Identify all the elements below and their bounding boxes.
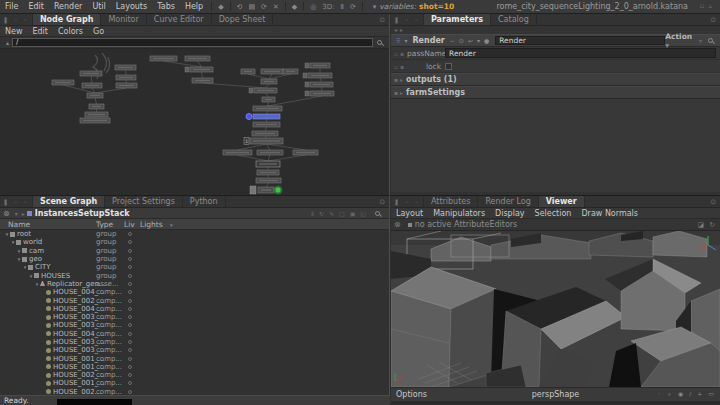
chevron-down-icon[interactable]: ▾	[475, 37, 482, 44]
graph-node[interactable]	[256, 178, 281, 183]
compass-icon[interactable]: ◆	[215, 3, 226, 11]
liv-toggle[interactable]	[128, 315, 132, 319]
square-icon[interactable]: □	[339, 210, 345, 217]
viewer-menu-manipulators[interactable]: Manipulators	[428, 209, 490, 218]
refresh-icon[interactable]: ↻	[319, 210, 324, 217]
graph-node[interactable]	[150, 56, 177, 61]
graph-node[interactable]	[257, 150, 283, 155]
tab-python[interactable]: Python	[183, 196, 226, 207]
graph-node[interactable]	[305, 82, 333, 87]
liv-toggle[interactable]	[128, 381, 132, 385]
tab-node-graph[interactable]: Node Graph	[33, 14, 101, 25]
tree-row-house_003_[interactable]: HOUSE_003_...comp...	[0, 346, 389, 354]
paste-icon[interactable]: ◆	[289, 3, 300, 11]
viewer-menu-display[interactable]: Display	[490, 209, 530, 218]
liv-toggle[interactable]	[128, 348, 132, 352]
reset-icon[interactable]: ↩	[466, 37, 475, 44]
selected-node[interactable]	[246, 114, 280, 120]
graph-node[interactable]	[253, 106, 282, 111]
panel-menu-icon[interactable]: ⊙	[706, 14, 720, 25]
panel-menu-icon[interactable]: ⊙	[375, 196, 389, 207]
nodegraph-menu-edit[interactable]: Edit	[27, 27, 53, 36]
undo-icon[interactable]: ⟲	[234, 3, 246, 11]
viewer-menu-draw-normals[interactable]: Draw Normals	[576, 209, 643, 218]
tree-row-replicator_gen[interactable]: ▾Replicator_gen...asse...	[0, 280, 389, 288]
graph-node[interactable]	[87, 93, 103, 98]
copy-icon[interactable]: ▤	[245, 3, 258, 11]
liv-toggle[interactable]	[128, 332, 132, 336]
refresh-icon[interactable]: ↻	[709, 221, 715, 229]
graph-node[interactable]	[256, 161, 280, 167]
graph-node[interactable]: 1	[244, 138, 283, 145]
param-state-icon[interactable]: ▫ ▪	[391, 63, 407, 70]
tree-row-house_001_[interactable]: HOUSE_001_...comp...	[0, 363, 389, 371]
panel-handle-icon[interactable]: ❚ ◦ ◦	[391, 196, 424, 207]
panel-handle-icon[interactable]: ❚ ◦ ◦	[0, 14, 33, 25]
redo-icon[interactable]: ⟳	[258, 3, 270, 11]
liv-toggle[interactable]	[128, 240, 132, 244]
chevron-right-icon[interactable]: ▸	[20, 210, 27, 217]
nodegraph-menu-go[interactable]: Go	[88, 27, 109, 36]
graph-node[interactable]	[257, 170, 279, 175]
pause-icon[interactable]: Ⅱ	[311, 210, 314, 217]
menu-edit[interactable]: Edit	[23, 2, 49, 11]
tree-row-houses[interactable]: ▾HOUSESgroup	[0, 271, 389, 279]
tree-row-house_003_[interactable]: HOUSE_003_...comp...	[0, 321, 389, 329]
tab-project-settings[interactable]: Project Settings	[105, 196, 183, 207]
chevron-down-icon[interactable]: ▾	[170, 222, 173, 228]
edit-icon[interactable]: ✎	[329, 210, 334, 217]
liv-toggle[interactable]	[128, 257, 132, 261]
liv-toggle[interactable]	[128, 274, 132, 278]
tab-viewer[interactable]: Viewer	[539, 196, 585, 207]
graph-node[interactable]	[80, 118, 110, 123]
graph-node[interactable]	[293, 150, 318, 155]
graph-node[interactable]	[305, 63, 330, 68]
tree-row-house_002_[interactable]: HOUSE_002_...comp...	[0, 296, 389, 304]
dot-icon[interactable]: ●	[482, 37, 491, 44]
liv-toggle[interactable]	[128, 249, 132, 253]
liv-toggle[interactable]	[128, 307, 132, 311]
passname-field[interactable]: Render	[445, 48, 716, 58]
graph-node[interactable]	[241, 69, 255, 74]
tab-monitor[interactable]: Monitor	[101, 14, 146, 25]
graph-node[interactable]	[261, 69, 283, 74]
graph-node[interactable]	[303, 73, 332, 78]
chevron-down-icon[interactable]: ▾	[402, 37, 409, 44]
search-icon[interactable]	[375, 211, 380, 216]
tree-row-world[interactable]: ▾worldgroup	[0, 238, 389, 246]
param-group-outputs-1-[interactable]: ▪ ▸outputs (1)	[391, 73, 720, 86]
pause-icon[interactable]: Ⅱ	[338, 3, 347, 11]
graph-node[interactable]	[253, 122, 280, 127]
graph-node[interactable]	[305, 91, 334, 96]
tree-row-house_003_[interactable]: HOUSE_003_...comp...	[0, 338, 389, 346]
liv-toggle[interactable]	[128, 290, 132, 294]
graph-node[interactable]	[82, 83, 102, 88]
loop-icon[interactable]: ⟳	[347, 3, 359, 11]
menu-util[interactable]: Util	[87, 2, 110, 11]
panel-handle-icon[interactable]: ❚ ◦ ◦	[391, 14, 424, 25]
graph-node[interactable]	[283, 69, 298, 74]
graph-node[interactable]	[115, 65, 136, 70]
tree-row-house_001_[interactable]: HOUSE_001_...comp...	[0, 354, 389, 362]
working-set-label[interactable]: InstancesSetupStack	[27, 209, 130, 218]
tree-row-house_001_[interactable]: HOUSE_001_...comp...	[0, 379, 389, 387]
menu-render[interactable]: Render	[49, 2, 87, 11]
viewer-menu-layout[interactable]: Layout	[391, 209, 428, 218]
liv-toggle[interactable]	[128, 340, 132, 344]
node-search-input[interactable]: /	[12, 38, 373, 47]
graph-node[interactable]	[89, 104, 104, 109]
tree-row-house_004_[interactable]: HOUSE_004_...comp...	[0, 330, 389, 338]
tab-render-log[interactable]: Render Log	[478, 196, 538, 207]
graph-node[interactable]	[185, 67, 213, 72]
param-state-icon[interactable]: ▫ ▪	[391, 50, 407, 57]
graph-node[interactable]	[116, 83, 137, 88]
graph-node[interactable]	[85, 112, 108, 117]
action-dropdown[interactable]: Action ▾	[665, 32, 697, 50]
expand-icon[interactable]: ◱	[360, 210, 366, 217]
menu-help[interactable]: Help	[180, 2, 208, 11]
tab-dope-sheet[interactable]: Dope Sheet	[212, 14, 274, 25]
render-node[interactable]	[250, 186, 283, 195]
nodegraph-menu-colors[interactable]: Colors	[53, 27, 88, 36]
graph-node[interactable]	[116, 75, 136, 80]
gear-icon[interactable]: ⊙	[457, 37, 466, 44]
